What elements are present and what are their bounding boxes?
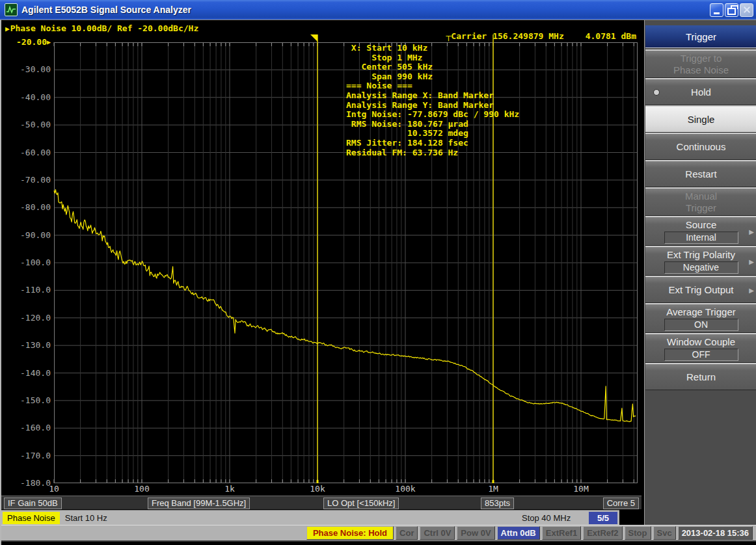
carrier-power: 4.0781 dBm <box>586 31 636 41</box>
status-attenuator: Attn 0dB <box>497 526 540 540</box>
softkey-label: Window Couple <box>667 336 735 348</box>
if-gain-indicator: IF Gain 50dB <box>4 498 62 509</box>
points-indicator: 853pts <box>481 498 514 509</box>
softkey-label: Continuous <box>677 141 726 153</box>
y-axis-label: -140.0 <box>9 368 51 378</box>
status-clock: 2013-02-18 15:36 <box>678 526 753 540</box>
minimize-icon <box>714 12 720 14</box>
ref-level-marker-icon: ▶ <box>47 38 51 46</box>
softkey-value: Negative <box>664 261 738 274</box>
status-measurement-state: Phase Noise: Hold <box>306 526 394 540</box>
sweep-stop-readout: Stop 40 MHz <box>522 513 571 523</box>
softkey-trigger-to-phase-noise[interactable]: Trigger to Phase Noise <box>645 49 756 78</box>
title-bar[interactable]: Agilent E5052B Signal Source Analyzer <box>0 0 756 20</box>
softkey-label: Source <box>686 219 717 231</box>
status-ctrl-voltage: Ctrl 0V <box>420 526 455 540</box>
y-axis-label: -150.0 <box>9 395 51 405</box>
sweep-start-readout: Start 10 Hz <box>65 513 107 523</box>
window-title: Agilent E5052B Signal Source Analyzer <box>21 5 191 15</box>
measurement-bar: Phase Noise Start 10 Hz Stop 40 MHz 5/5 <box>1 510 619 525</box>
app-icon <box>5 3 18 16</box>
softkey-ext-trig-output[interactable]: Ext Trig Output ▶ <box>645 276 756 303</box>
x-axis-label: 1M <box>488 484 498 494</box>
phase-noise-trace <box>54 189 636 421</box>
softkey-return[interactable]: Return <box>645 363 756 390</box>
softkey-value: ON <box>664 319 738 331</box>
y-axis-label: -60.00 <box>9 148 51 157</box>
analyzer-screen: ▶Phase Noise 10.00dB/ Ref -20.00dBc/Hz ┬… <box>0 20 756 545</box>
submenu-arrow-icon: ▶ <box>749 228 754 235</box>
measurement-mode-tab[interactable]: Phase Noise <box>3 512 60 524</box>
softkey-label: Hold <box>691 86 711 98</box>
x-axis-label: 10M <box>573 484 588 494</box>
submenu-arrow-icon: ▶ <box>749 258 754 265</box>
settings-bar: IF Gain 50dB Freq Band [99M-1.5GHz] LO O… <box>1 496 641 509</box>
close-icon <box>743 6 751 14</box>
softkey-window-couple[interactable]: Window Couple OFF <box>645 333 756 363</box>
softkey-label: Trigger <box>686 202 716 214</box>
y-axis-label: -40.00 <box>9 92 51 102</box>
lo-opt-indicator: LO Opt [<150kHz] <box>323 498 399 509</box>
y-axis-label: -100.0 <box>9 258 51 267</box>
y-axis-label: -50.00 <box>9 120 51 129</box>
y-axis-label: -170.0 <box>9 451 51 460</box>
softkey-manual-trigger[interactable]: Manual Trigger <box>645 187 756 216</box>
y-axis-label: -180.0 <box>9 478 51 488</box>
softkey-ext-trig-polarity[interactable]: Ext Trig Polarity Negative ▶ <box>645 246 756 276</box>
softkey-label: Restart <box>685 168 716 180</box>
softkey-label: Manual <box>685 191 717 202</box>
softkey-label: Average Trigger <box>666 306 735 318</box>
carrier-frequency: 156.249879 MHz <box>493 31 564 41</box>
status-power-voltage: Pow 0V <box>457 526 494 540</box>
marker-info-readout: X: Start 10 kHz Stop 1 MHz Center 505 kH… <box>346 44 519 157</box>
carrier-label: ┬Carrier <box>446 31 487 41</box>
softkey-label: Single <box>688 114 715 126</box>
window-controls <box>709 3 753 17</box>
softkey-label: Phase Noise <box>673 64 729 76</box>
softkey-label: Trigger to <box>681 53 722 64</box>
trace-marker-icon: ▶ <box>5 25 10 33</box>
close-button[interactable] <box>740 3 753 17</box>
status-extref1: ExtRef1 <box>542 526 581 540</box>
y-axis-label: -160.0 <box>9 423 51 432</box>
carrier-readout: ┬Carrier 156.249879 MHz 4.0781 dBm <box>446 31 636 41</box>
x-axis-label: 1k <box>224 484 235 494</box>
x-axis-label: 10k <box>310 484 325 494</box>
y-axis: -20.00▶-30.00-40.00-50.00-60.00-70.00-80… <box>9 42 51 483</box>
restore-icon <box>727 8 736 15</box>
softkey-menu-title: Trigger <box>645 25 756 48</box>
softkey-average-trigger[interactable]: Average Trigger ON <box>645 303 756 333</box>
band-marker-flag-icon <box>310 34 317 42</box>
softkey-value: OFF <box>664 349 738 361</box>
app-window: { "window": { "title": "Agilent E5052B S… <box>0 0 756 545</box>
softkey-hold[interactable]: Hold <box>645 78 756 105</box>
freq-band-indicator: Freq Band [99M-1.5GHz] <box>148 498 250 509</box>
y-axis-label: -30.00 <box>9 64 51 74</box>
y-axis-label: -20.00▶ <box>9 37 51 47</box>
y-axis-label: -90.00 <box>9 230 51 240</box>
minimize-button[interactable] <box>710 3 723 17</box>
correction-indicator: Corre 5 <box>603 498 639 509</box>
status-stop: Stop <box>625 526 651 540</box>
x-axis-label: 10 <box>49 484 59 494</box>
y-axis-label: -120.0 <box>9 313 51 323</box>
y-axis-label: -70.00 <box>9 175 51 185</box>
restore-button[interactable] <box>725 3 738 17</box>
y-axis-label: -130.0 <box>9 340 51 350</box>
softkey-label: Ext Trig Polarity <box>667 249 735 261</box>
softkey-label: Ext Trig Output <box>668 284 733 296</box>
softkey-menu: Trigger Trigger to Phase Noise Hold Sing… <box>644 20 756 525</box>
y-axis-label: -80.00 <box>9 202 51 212</box>
x-axis-label: 100k <box>395 484 415 494</box>
softkey-label: Return <box>686 371 716 383</box>
softkey-continuous[interactable]: Continuous <box>645 133 756 160</box>
phase-noise-display: ▶Phase Noise 10.00dB/ Ref -20.00dBc/Hz ┬… <box>1 20 641 525</box>
softkey-restart[interactable]: Restart <box>645 160 756 187</box>
status-service: Svc <box>653 526 676 540</box>
x-axis: 101001k10k100k1M10M <box>54 484 638 494</box>
radio-selected-icon <box>653 89 660 96</box>
page-indicator: 5/5 <box>589 512 617 524</box>
softkey-source[interactable]: Source Internal ▶ <box>645 216 756 246</box>
status-bar: Phase Noise: Hold Cor Ctrl 0V Pow 0V Att… <box>1 525 756 542</box>
softkey-single[interactable]: Single <box>645 105 756 133</box>
